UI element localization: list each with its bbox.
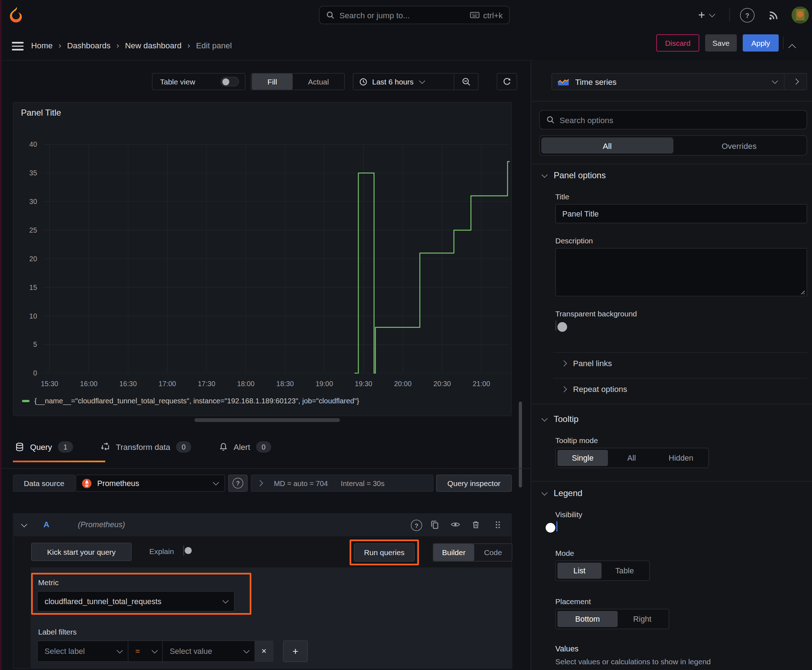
tooltip-mode-label: Tooltip mode (555, 436, 598, 445)
tooltip-mode-all[interactable]: All (608, 450, 655, 466)
select-label-dropdown[interactable]: Select label (37, 641, 129, 662)
legend-mode-list[interactable]: List (558, 563, 602, 579)
chevron-right-icon (561, 386, 567, 392)
actual-option[interactable]: Actual (293, 77, 344, 86)
search-placeholder: Search or jump to... (339, 10, 410, 20)
transform-icon (101, 442, 110, 451)
grafana-logo-icon[interactable] (7, 7, 25, 24)
apply-button[interactable]: Apply (743, 34, 779, 52)
label-filters-label: Label filters (38, 628, 76, 636)
all-overrides-segmented: All Overrides (539, 135, 807, 156)
panel-title-value: Panel Title (563, 209, 599, 218)
chevron-down-icon (709, 11, 715, 17)
description-textarea[interactable] (555, 248, 807, 296)
chevron-down-icon (542, 416, 548, 421)
new-menu-button[interactable]: + (698, 7, 714, 22)
save-button[interactable]: Save (705, 34, 737, 52)
operator-dropdown[interactable]: = (129, 641, 163, 662)
panel-title-input[interactable]: Panel Title (555, 204, 807, 223)
delete-query-trash-icon[interactable] (471, 520, 480, 530)
add-filter-button[interactable]: + (283, 641, 308, 662)
metric-select[interactable]: cloudflared_tunnel_total_requests (37, 591, 235, 612)
tab-transform[interactable]: Transform data 0 (99, 441, 193, 452)
zoom-out-icon[interactable] (454, 77, 478, 86)
legend-title: Legend (554, 489, 583, 498)
legend-placement-segmented: Bottom Right (555, 609, 669, 629)
breadcrumb-dashboards[interactable]: Dashboards (67, 41, 111, 50)
tab-alert[interactable]: Alert 0 (217, 441, 273, 452)
chart-legend[interactable]: {__name__="cloudflared_tunnel_total_requ… (22, 397, 359, 405)
datasource-label-chip: Data source (13, 475, 75, 492)
table-view-toggle[interactable] (221, 77, 239, 86)
metric-label: Metric (38, 579, 59, 587)
menu-icon[interactable] (12, 40, 24, 52)
x-axis-tick-label: 18:30 (276, 380, 294, 387)
help-icon[interactable]: ? (740, 8, 755, 23)
collapse-query-icon[interactable] (21, 521, 27, 527)
collapse-options-pane-button[interactable] (790, 43, 795, 52)
textarea-resize-icon[interactable] (800, 289, 805, 294)
global-search-input[interactable]: Search or jump to... ctrl+k (319, 6, 510, 24)
tooltip-header[interactable]: Tooltip (542, 415, 578, 424)
panel-card: Panel Title 051015202530354015:3016:0016… (13, 102, 512, 416)
hide-response-eye-icon[interactable] (451, 521, 460, 528)
drag-handle-grip-icon[interactable] (495, 521, 501, 529)
query-row-header[interactable]: A (Prometheus) ? (14, 514, 512, 536)
code-option[interactable]: Code (475, 548, 512, 557)
rss-news-icon[interactable] (768, 9, 780, 21)
remove-filter-button[interactable]: × (255, 641, 273, 662)
legend-placement-right[interactable]: Right (618, 611, 667, 627)
builder-code-segmented: Builder Code (433, 543, 512, 562)
legend-values-hint: Select values or calculations to show in… (555, 657, 711, 666)
tooltip-mode-hidden[interactable]: Hidden (655, 450, 707, 466)
breadcrumb-separator: › (59, 41, 61, 50)
topbar-divider (729, 8, 730, 22)
refresh-button[interactable] (497, 73, 517, 90)
tooltip-mode-single[interactable]: Single (558, 450, 608, 466)
tab-query[interactable]: Query 1 (13, 441, 75, 452)
panel-resize-handle[interactable] (194, 418, 340, 422)
bell-icon (219, 442, 228, 451)
chevron-right-icon[interactable] (257, 481, 263, 486)
toggle-viz-pane-button[interactable] (785, 73, 807, 90)
select-value-dropdown[interactable]: Select value (163, 641, 255, 662)
builder-option[interactable]: Builder (434, 544, 475, 561)
legend-placement-bottom[interactable]: Bottom (558, 611, 618, 627)
refresh-icon (503, 77, 511, 86)
breadcrumb-new-dashboard[interactable]: New dashboard (125, 41, 181, 50)
time-series-chart[interactable]: 051015202530354015:3016:0016:3017:0017:3… (14, 103, 512, 393)
avatar[interactable] (792, 7, 809, 24)
panel-options-header[interactable]: Panel options (542, 171, 606, 180)
visualization-picker[interactable]: Time series (552, 73, 785, 90)
y-axis-tick-label: 20 (29, 255, 37, 263)
series-line[interactable] (354, 161, 510, 373)
explain-label: Explain (149, 547, 174, 556)
duplicate-query-icon[interactable] (431, 520, 440, 530)
time-range-label[interactable]: Last 6 hours (372, 77, 414, 86)
breadcrumb-edit-panel: Edit panel (196, 41, 232, 50)
legend-series-label[interactable]: {__name__="cloudflared_tunnel_total_requ… (34, 397, 359, 405)
datasource-help-button[interactable]: ? (229, 475, 248, 492)
legend-mode-table[interactable]: Table (602, 563, 648, 579)
repeat-options-label: Repeat options (573, 384, 627, 394)
chevron-right-icon (561, 360, 567, 366)
panel-links-section[interactable]: Panel links (562, 359, 612, 368)
explain-toggle[interactable] (183, 545, 185, 556)
breadcrumb-home[interactable]: Home (31, 41, 53, 50)
fill-option[interactable]: Fill (252, 74, 293, 90)
run-queries-button[interactable]: Run queries (354, 543, 415, 562)
tab-all[interactable]: All (541, 137, 673, 154)
x-axis-tick-label: 17:00 (159, 380, 176, 387)
transparent-background-toggle[interactable] (555, 321, 556, 331)
discard-button[interactable]: Discard (656, 34, 699, 52)
options-search-input[interactable]: Search options (539, 110, 807, 130)
kick-start-query-button[interactable]: Kick start your query (31, 543, 132, 561)
legend-visibility-toggle[interactable] (556, 521, 558, 532)
repeat-options-section[interactable]: Repeat options (562, 384, 627, 394)
legend-header[interactable]: Legend (542, 489, 583, 498)
query-help-icon[interactable]: ? (411, 520, 422, 531)
main-scrollbar[interactable] (519, 401, 522, 487)
datasource-picker[interactable]: Prometheus (76, 475, 225, 492)
tab-overrides[interactable]: Overrides (673, 137, 805, 154)
query-inspector-button[interactable]: Query inspector (436, 475, 512, 492)
